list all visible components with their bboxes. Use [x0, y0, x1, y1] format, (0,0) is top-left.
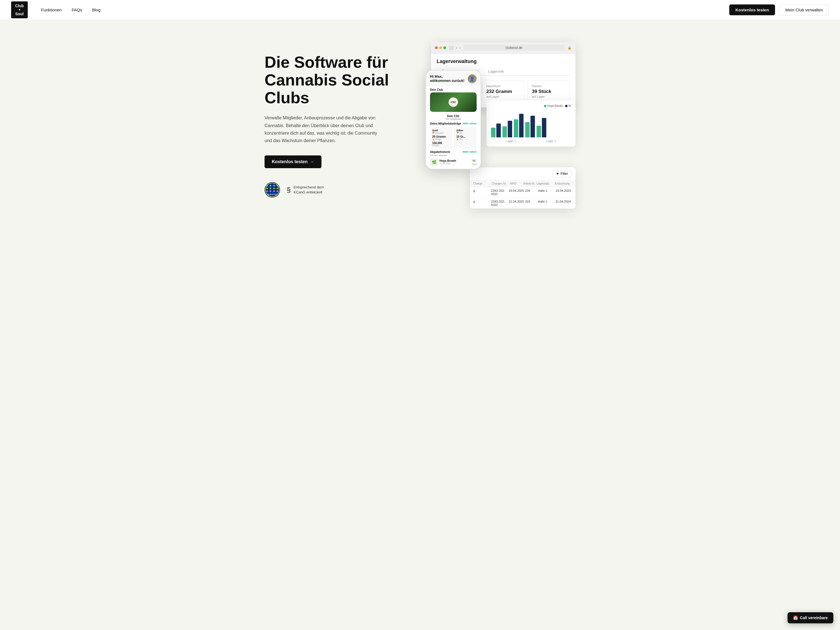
row2-einbuchung: 21.04.2024	[556, 200, 572, 207]
abgabe-header: Abgabehistorie Mehr sehen	[430, 150, 477, 153]
col-mhd: MHD	[510, 182, 522, 185]
navigation: Club ✦ Soul Funktionen FAQs Blog Kostenl…	[0, 0, 840, 20]
call-vereinbaren-button[interactable]: 📅 Call vereinbare	[788, 612, 833, 623]
abgabe-item-info: Hogs-Breath 11.05.2024	[439, 159, 456, 165]
table-toolbar: ▼ Filter	[470, 167, 575, 180]
browser-back-icon: ‹	[456, 46, 457, 50]
phone-beitraege: Deine Mitgliedsbeiträge Mehr sehen Gold …	[426, 122, 480, 150]
abgabe-item-meta: 5g Gold	[471, 159, 477, 166]
abgabe-item-date: 11.05.2024	[439, 163, 456, 165]
browser-dots	[435, 46, 446, 49]
chart-legend: Hogs Breath W	[491, 104, 571, 107]
col-chargen-nr: Chargen Nr.	[492, 182, 509, 185]
card-haschisch-sub: auf Lager	[486, 95, 520, 98]
beitrag-silber-unit-text: Me...	[459, 138, 464, 140]
abgabe-section: Abgabehistorie Mehr sehen Kürzlich abgeb…	[426, 150, 480, 169]
abgabe-mehr[interactable]: Mehr sehen	[463, 150, 477, 153]
bar-group-4	[525, 116, 535, 137]
bar-group-2	[502, 121, 512, 137]
phone-avatar: 👤	[468, 74, 477, 83]
call-btn-label: Call vereinbare	[800, 616, 828, 620]
beitrag-gold-unit: 🔒 Menge	[432, 138, 450, 141]
browser-url: clubsoul.de	[463, 45, 565, 51]
hero-cta-button[interactable]: Kostenlos testen →	[265, 155, 321, 168]
abgabe-tag: 5g	[471, 159, 477, 163]
nav-link-funktionen[interactable]: Funktionen	[41, 8, 62, 12]
card-samen-value: 39 Stück	[532, 89, 566, 94]
nav-cta-button[interactable]: Kostenlos testen	[729, 5, 775, 15]
row1-mhd: 19.04.2025	[509, 189, 524, 196]
beitrag-gold-price: 150,00€	[432, 142, 450, 145]
bar-2a	[502, 126, 507, 137]
phone-greeting-block: Hi Max, willkommen zurück!	[430, 74, 464, 83]
nav-manage-button[interactable]: Mein Club verwalten	[780, 5, 829, 15]
filter-button[interactable]: ▼ Filter	[552, 170, 572, 177]
browser-controls: ⬜ ‹ ›	[449, 46, 461, 50]
beitraege-grid: Gold 📅 Monatlich 20 Gramm 🔒 Menge 150,00…	[430, 127, 477, 149]
table-header: Charge Chargen Nr. MHD Artikel Nr. Lager…	[470, 180, 575, 187]
legend-w: W	[565, 104, 571, 107]
col-lagerplatz: Lagerplatz	[537, 182, 554, 185]
beitrag-gold-type: Monatlich	[435, 132, 444, 134]
col-artikel-nr: Artikel Nr.	[523, 182, 535, 185]
law-text-line1: Entsprechend dem	[294, 185, 324, 190]
lager-card-haschisch: Haschisch 232 Gramm auf Lager	[482, 80, 524, 103]
table-row: g 2343-332-4321 19.04.2025 234 Halle 1 1…	[470, 187, 575, 198]
bar-3a	[514, 119, 518, 137]
card-samen-sub: auf Lager	[532, 95, 566, 98]
beitrag-gold: Gold 📅 Monatlich 20 Gramm 🔒 Menge 150,00…	[430, 127, 453, 149]
col-einbuchung: Einbuchung	[555, 182, 572, 185]
nav-link-blog[interactable]: Blog	[92, 8, 101, 12]
bar-5b	[542, 118, 546, 137]
row1-chargen-nr: 2343-332-4321	[491, 189, 508, 196]
legend-hogs-breath: Hogs Breath	[544, 104, 563, 107]
bar-5a	[537, 126, 541, 137]
tab-lagerorte[interactable]: Lagerorte	[483, 68, 509, 76]
nav-link-faqs[interactable]: FAQs	[72, 8, 82, 12]
trust-badges: ★ ★ ★ ★ ★ ★ ★ ★ ★ ★ ★ ★ DSGVO § Entsprec…	[265, 182, 403, 197]
hero-cta-arrow: →	[310, 159, 314, 164]
phone-greeting: Hi Max,	[430, 74, 464, 79]
abgabe-icon: 🌿	[430, 158, 438, 166]
beitrag-gold-icon: 📅 Monatlich	[432, 132, 450, 134]
card-haschisch-value: 232 Gramm	[486, 89, 520, 94]
phone-screen: Hi Max, willkommen zurück! 👤 Dein Club C…	[426, 71, 480, 169]
nav-links: Funktionen FAQs Blog	[41, 8, 101, 12]
club-card: CSC	[430, 92, 477, 112]
legend-label-teal: Hogs Breath	[548, 104, 563, 107]
abgabe-title: Abgabehistorie	[430, 150, 450, 153]
law-icon: §	[287, 186, 291, 194]
browser-forward-icon: ›	[459, 46, 461, 50]
law-badge: § Entsprechend dem KCanG entwickelt	[287, 185, 324, 195]
hero-description: Verwalte Mitglieder, Anbauprozesse und d…	[265, 114, 381, 144]
bar-4a	[525, 122, 530, 137]
chart-label-1: Lager 1	[506, 140, 516, 143]
table-area: ▼ Filter Charge Chargen Nr. MHD Artikel …	[470, 167, 575, 209]
phone-header: Hi Max, willkommen zurück! 👤	[426, 71, 480, 86]
beitraege-mehr[interactable]: Mehr sehen	[463, 122, 477, 125]
logo[interactable]: Club ✦ Soul	[11, 2, 28, 19]
phone-mockup: Hi Max, willkommen zurück! 👤 Dein Club C…	[426, 70, 481, 169]
club-name: Dein CSC	[426, 114, 480, 118]
bar-group-3	[514, 114, 524, 137]
beitrag-silber-amount: 15 Gr...	[456, 135, 474, 138]
row1-artikel-nr: 234	[525, 189, 537, 196]
club-logo: CSC	[448, 98, 458, 107]
chart-bars	[491, 110, 571, 137]
nav-right: Kostenlos testen Mein Club verwalten	[729, 5, 829, 15]
browser-bar: ⬜ ‹ › clubsoul.de 🔒	[431, 42, 575, 54]
legend-dot-teal	[544, 105, 546, 107]
chart-label-2: Lager 2	[546, 140, 556, 143]
chart-area: Hogs Breath W	[486, 101, 575, 147]
row2-mhd: 21.04.2025	[509, 200, 524, 207]
card-haschisch-label: Haschisch	[486, 84, 520, 88]
lager-title: Lagerverwaltung	[437, 58, 570, 65]
dsgvo-stars: ★ ★ ★ ★ ★ ★ ★ ★ ★ ★ ★ ★	[266, 184, 279, 193]
hero-section: Die Software für Cannabis Social Clubs V…	[242, 20, 598, 225]
dot-green	[443, 46, 446, 49]
phone-greeting2: willkommen zurück!	[430, 79, 464, 83]
hero-visual: ⬜ ‹ › clubsoul.de 🔒 Lagerverwaltung Über…	[420, 42, 575, 209]
nav-left: Club ✦ Soul Funktionen FAQs Blog	[11, 2, 101, 19]
bar-1a	[491, 128, 496, 137]
bar-3b	[519, 114, 524, 137]
